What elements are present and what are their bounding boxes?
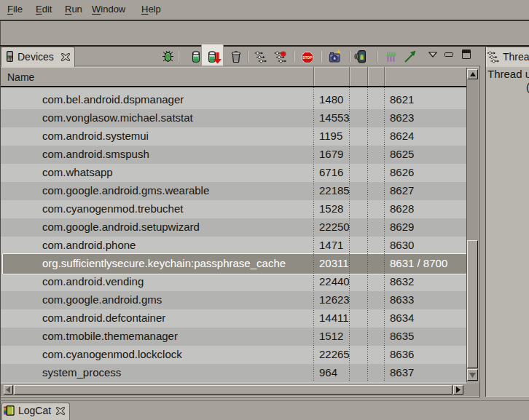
svg-text:STOP: STOP [302,56,312,60]
